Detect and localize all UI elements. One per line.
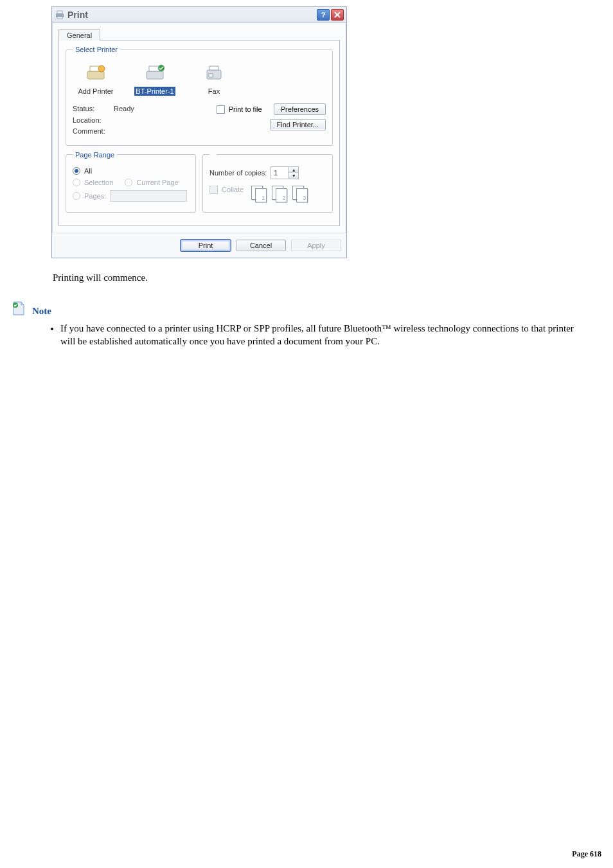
dialog-body: General Select Printer Add Printer [52, 23, 346, 233]
range-pages-label: Pages: [84, 192, 106, 200]
page-range-group: Page Range All Selection [66, 151, 196, 213]
page-range-legend: Page Range [73, 151, 117, 159]
copies-spinner[interactable]: 1 ▲ ▼ [271, 166, 299, 179]
svg-rect-3 [87, 71, 104, 79]
radio-current-page [125, 179, 132, 186]
find-printer-button[interactable]: Find Printer... [270, 119, 326, 130]
copies-label: Number of copies: [209, 169, 267, 177]
copies-up-button[interactable]: ▲ [289, 167, 298, 173]
close-button[interactable] [331, 9, 344, 21]
print-to-file-label: Print to file [229, 105, 262, 113]
radio-pages [73, 192, 80, 200]
printer-fax[interactable]: Fax [192, 64, 236, 96]
printer-status-block: Status: Ready Location: Comment: [73, 103, 134, 137]
help-button[interactable]: ? [317, 9, 330, 21]
collate-icon: 11 22 33 [251, 186, 309, 202]
dialog-title: Print [67, 10, 315, 20]
range-all-label: All [84, 167, 92, 175]
svg-rect-11 [209, 74, 213, 77]
printer-label: BT-Printer-1 [134, 87, 175, 96]
radio-selection [73, 179, 80, 186]
printer-listview[interactable]: Add Printer BT-Printer-1 [73, 60, 326, 101]
select-printer-group: Select Printer Add Printer [66, 46, 333, 146]
note-label: Note [32, 306, 51, 317]
tab-general-panel: Select Printer Add Printer [58, 40, 340, 226]
note-list: If you have connected to a printer using… [44, 322, 603, 348]
location-label: Location: [73, 115, 110, 127]
preferences-button[interactable]: Preferences [274, 103, 326, 115]
status-label: Status: [73, 103, 110, 115]
svg-rect-2 [57, 17, 62, 19]
printer-label: Add Printer [76, 87, 114, 96]
note-icon [10, 300, 27, 317]
radio-all[interactable] [73, 167, 80, 175]
fax-icon [203, 64, 225, 84]
svg-rect-1 [57, 11, 62, 13]
printer-icon [144, 64, 166, 84]
collate-checkbox [209, 186, 218, 194]
comment-label: Comment: [73, 126, 110, 137]
range-current-page-option: Current Page [125, 179, 178, 186]
print-button[interactable]: Print [181, 240, 231, 251]
collate-label: Collate [222, 186, 244, 193]
copies-value[interactable]: 1 [271, 166, 289, 179]
range-all-option[interactable]: All [73, 167, 189, 175]
copies-down-button[interactable]: ▼ [289, 173, 298, 179]
copies-group: . Number of copies: 1 ▲ ▼ [202, 151, 333, 213]
pages-input [110, 190, 187, 202]
print-to-file-checkbox[interactable] [217, 105, 225, 114]
page-number: Page 618 [572, 849, 601, 859]
dialog-titlebar: Print ? [52, 7, 346, 23]
body-line-1: Printing will commence. [53, 272, 607, 283]
svg-point-5 [98, 66, 105, 72]
printer-bt-printer-1[interactable]: BT-Printer-1 [133, 64, 177, 96]
status-value: Ready [114, 103, 134, 115]
select-printer-legend: Select Printer [73, 46, 120, 53]
printer-add-printer[interactable]: Add Printer [74, 64, 118, 96]
range-current-page-label: Current Page [136, 179, 178, 186]
svg-rect-6 [147, 71, 163, 79]
range-pages-option: Pages: [73, 190, 189, 202]
print-icon [55, 10, 65, 20]
printer-label: Fax [207, 87, 221, 96]
add-printer-icon [85, 64, 107, 84]
note-heading: Note [10, 300, 607, 317]
print-dialog: Print ? General Select Printer [51, 6, 347, 258]
range-selection-option: Selection [73, 179, 113, 186]
dialog-button-row: Print Cancel Apply [52, 233, 346, 258]
note-bullet-1: If you have connected to a printer using… [60, 322, 590, 348]
cancel-button[interactable]: Cancel [236, 240, 286, 251]
tab-general[interactable]: General [58, 29, 100, 40]
svg-rect-10 [209, 66, 218, 70]
apply-button: Apply [291, 240, 341, 251]
range-selection-label: Selection [84, 179, 113, 186]
